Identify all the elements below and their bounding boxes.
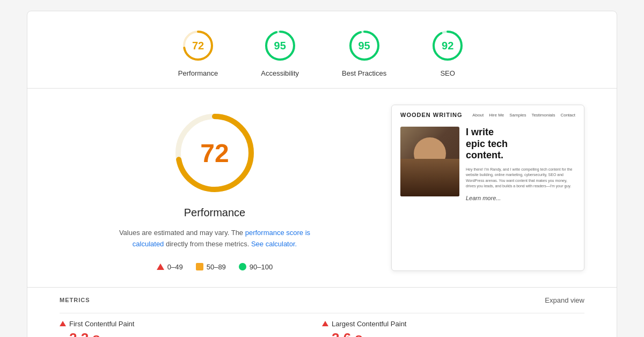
score-bar: 72 Performance 95 Accessibility [27,11,617,89]
metric-name: Largest Contentful Paint [332,320,406,328]
metrics-section: METRICS Expand view First Contentful Pai… [27,287,617,337]
nav-link: About [472,113,484,118]
site-logo: WOODEN WRITING [400,112,462,118]
score-item-best-practices: 95 Best Practices [342,27,386,77]
metric-status-icon [60,321,66,326]
big-score-number: 72 [200,138,229,168]
legend-item-good: 90–100 [239,263,273,271]
metric-value: 2.6 s [322,330,584,337]
site-cta: Learn more... [466,195,575,201]
score-circle-best-practices: 95 [346,27,383,64]
score-label-best-practices: Best Practices [342,69,386,77]
perf-calc-link2[interactable]: See calculator. [251,240,297,248]
score-number-accessibility: 95 [274,40,286,52]
score-number-performance: 72 [192,40,204,52]
big-score-circle: 72 [172,110,258,196]
good-range: 90–100 [250,263,273,271]
website-preview: WOODEN WRITING AboutHire MeSamplesTestim… [392,105,584,208]
score-circle-accessibility: 95 [262,27,298,64]
good-icon [239,263,246,270]
site-nav: WOODEN WRITING AboutHire MeSamplesTestim… [400,112,575,118]
legend-item-medium: 50–89 [196,263,226,271]
nav-link: Samples [509,113,526,118]
score-circle-seo: 92 [429,27,466,64]
metric-header: Largest Contentful Paint [322,320,584,328]
score-number-seo: 92 [442,40,453,52]
left-panel: 72 Performance Values are estimated and … [60,105,370,271]
site-nav-links: AboutHire MeSamplesTestimonialsContact [472,113,575,118]
metric-status-icon [322,321,328,326]
site-body-text: Hey there! I'm Randy, and I write compel… [466,167,575,189]
medium-icon [196,263,203,270]
nav-link: Contact [560,113,575,118]
metrics-header: METRICS Expand view [60,296,584,304]
nav-link: Hire Me [489,113,504,118]
nav-link: Testimonials [531,113,555,118]
score-item-performance: 72 Performance [178,27,218,77]
site-photo [400,127,459,196]
score-label-performance: Performance [178,69,218,77]
site-body: I writeepic techcontent. Hey there! I'm … [400,127,575,201]
score-label-seo: SEO [440,69,455,77]
main-content: 72 Performance Values are estimated and … [27,89,617,287]
medium-range: 50–89 [207,263,226,271]
bad-icon [157,263,164,270]
metric-item: Largest Contentful Paint 2.6 s [322,313,584,337]
site-headline: I writeepic techcontent. [466,127,575,162]
score-label-accessibility: Accessibility [261,69,299,77]
metric-item: First Contentful Paint 2.2 s [60,313,322,337]
metric-value: 2.2 s [60,330,322,337]
expand-view-button[interactable]: Expand view [545,296,584,304]
perf-title: Performance [184,207,246,219]
score-legend: 0–49 50–89 90–100 [157,263,273,271]
metrics-title: METRICS [60,297,90,303]
metric-name: First Contentful Paint [69,320,134,328]
main-container: 72 Performance 95 Accessibility [27,11,617,337]
score-item-seo: 92 SEO [429,27,466,77]
legend-item-bad: 0–49 [157,263,183,271]
perf-description: Values are estimated and may vary. The p… [113,228,317,250]
bad-range: 0–49 [167,263,183,271]
site-text: I writeepic techcontent. Hey there! I'm … [466,127,575,201]
metric-header: First Contentful Paint [60,320,322,328]
score-circle-performance: 72 [180,27,216,64]
score-number-best-practices: 95 [358,40,370,52]
metrics-grid: First Contentful Paint 2.2 s Largest Con… [60,313,584,337]
website-preview-panel: WOODEN WRITING AboutHire MeSamplesTestim… [391,105,584,271]
score-item-accessibility: 95 Accessibility [261,27,299,77]
